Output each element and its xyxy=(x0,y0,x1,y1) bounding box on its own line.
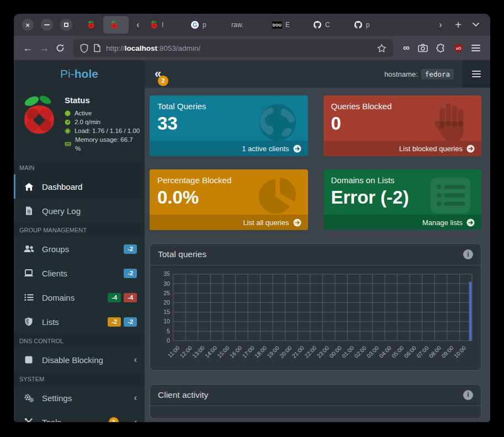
panel-title: Total queries xyxy=(158,249,206,259)
globe-icon xyxy=(256,101,299,144)
panel-header: Client activity i xyxy=(150,385,481,406)
tab-scroll-right-button[interactable]: › xyxy=(433,17,448,33)
sidebar-item-label: Tools xyxy=(42,418,61,423)
sidebar-item-domains[interactable]: Domains -4 -4 xyxy=(14,285,145,310)
total-queries-panel: Total queries i 0510152025303511:0012:00… xyxy=(150,243,481,371)
extensions-puzzle-icon[interactable] xyxy=(436,44,445,53)
back-button[interactable]: ← xyxy=(19,42,36,54)
list-tabs-button[interactable] xyxy=(468,17,484,33)
pihole-raspberry-logo xyxy=(19,94,59,136)
sidebar-item-label: Groups xyxy=(42,244,69,254)
active-clients-link[interactable]: 1 active clients xyxy=(150,141,308,156)
svg-text:22:00: 22:00 xyxy=(303,345,317,359)
svg-text:23:00: 23:00 xyxy=(316,345,330,359)
containers-icon[interactable]: ∞ xyxy=(403,42,410,54)
svg-text:05:00: 05:00 xyxy=(390,345,405,359)
browser-menu-icon[interactable] xyxy=(471,47,480,49)
chevron-down-icon xyxy=(473,23,479,27)
sidebar-item-dashboard[interactable]: Dashboard xyxy=(14,174,145,199)
minimize-icon xyxy=(44,24,50,25)
sidebar-item-groups[interactable]: Groups -2 xyxy=(14,237,145,261)
gears-icon xyxy=(23,394,34,402)
svg-text:14:00: 14:00 xyxy=(204,345,218,359)
header-menu-button[interactable] xyxy=(463,60,490,88)
tab-bar-actions: › + xyxy=(433,17,490,33)
tab-github-1[interactable]: C xyxy=(309,16,349,34)
tab-title: p xyxy=(203,21,206,29)
update-badge: 2 xyxy=(158,76,168,86)
ublock-origin-icon[interactable]: uO xyxy=(454,43,463,53)
sidebar-item-label: Query Log xyxy=(42,206,81,216)
github-icon xyxy=(313,20,322,29)
sidebar-toggle-button[interactable]: « 2 xyxy=(155,68,161,80)
tab-google[interactable]: G p xyxy=(186,16,227,34)
tab-raw[interactable]: raw. xyxy=(227,16,268,34)
tab-title: C xyxy=(325,21,330,29)
screenshot-camera-icon[interactable] xyxy=(418,44,428,52)
section-main: MAIN xyxy=(14,161,145,174)
chevron-left-icon: ‹ xyxy=(134,417,137,422)
panel-body: 0510152025303511:0012:0013:0014:0015:001… xyxy=(150,265,481,370)
pihole-icon xyxy=(110,20,119,29)
manage-lists-link[interactable]: Manage lists xyxy=(323,215,482,230)
sidebar-item-clients[interactable]: Clients -2 xyxy=(14,261,145,285)
info-icon[interactable]: i xyxy=(463,249,473,259)
sidebar-item-label: Clients xyxy=(42,269,67,278)
tab-pihole-pinned[interactable] xyxy=(81,16,101,34)
bookmark-star-icon[interactable] xyxy=(377,44,386,53)
desktop-background: × ‹ I G p xyxy=(0,0,504,437)
svg-text:18:00: 18:00 xyxy=(253,345,268,359)
panel-body xyxy=(150,406,481,418)
page-info-icon[interactable] xyxy=(93,44,101,52)
tab-title: p xyxy=(366,21,370,29)
sidebar-item-label: Disable Blocking xyxy=(42,355,103,365)
arrow-circle-right-icon xyxy=(466,218,475,227)
list-all-queries-link[interactable]: List all queries xyxy=(150,215,308,230)
pihole-logo-text[interactable]: Pi-hole xyxy=(14,60,145,88)
total-queries-chart: 0510152025303511:0012:0013:0014:0015:001… xyxy=(156,270,475,369)
domains-on-lists-card: Domains on Lists Error (-2) Manage lists xyxy=(323,169,482,230)
info-icon[interactable]: i xyxy=(463,390,473,400)
lists-badge-warning: -2 xyxy=(108,317,121,327)
sidebar-item-settings[interactable]: Settings ‹ xyxy=(14,386,145,410)
svg-text:06:00: 06:00 xyxy=(403,345,417,359)
svg-text:08:00: 08:00 xyxy=(428,345,442,359)
pihole-icon xyxy=(87,20,96,29)
section-group-management: GROUP MANAGEMENT xyxy=(14,223,145,237)
shield-icon xyxy=(23,317,34,326)
google-icon: G xyxy=(190,20,199,29)
tab-scroll-left-button[interactable]: ‹ xyxy=(131,20,145,30)
url-bar[interactable]: http://localhost:8053/admin/ xyxy=(73,39,393,57)
url-host: localhost xyxy=(125,44,157,52)
list-blocked-queries-link[interactable]: List blocked queries xyxy=(323,141,482,156)
status-block: Status Active 2.0 q/min Lo xyxy=(14,88,145,161)
hamburger-icon xyxy=(472,73,481,74)
stop-icon xyxy=(23,356,34,364)
tab-github-2[interactable]: p xyxy=(349,16,390,34)
sidebar-item-tools[interactable]: Tools 2 ‹ xyxy=(14,410,145,422)
sidebar-item-disable-blocking[interactable]: Disable Blocking ‹ xyxy=(14,348,145,372)
clients-badge: -2 xyxy=(124,269,137,278)
cpu-icon xyxy=(65,128,71,134)
panel-title: Client activity xyxy=(158,390,208,400)
tab-pihole-active[interactable] xyxy=(103,16,129,34)
shield-permissions-icon xyxy=(80,44,88,53)
minimize-button[interactable] xyxy=(41,19,53,31)
close-button[interactable]: × xyxy=(22,19,34,31)
maximize-button[interactable] xyxy=(60,19,72,31)
tab-pihole-3[interactable]: I xyxy=(145,16,186,34)
svg-text:02:00: 02:00 xyxy=(353,345,368,359)
status-title: Status xyxy=(65,95,140,105)
close-icon: × xyxy=(25,22,30,29)
sidebar-item-lists[interactable]: Lists -2 -2 xyxy=(14,310,145,334)
svg-text:20:00: 20:00 xyxy=(278,345,293,359)
sidebar-item-query-log[interactable]: Query Log xyxy=(14,199,145,223)
url-text[interactable]: http://localhost:8053/admin/ xyxy=(106,44,372,52)
summary-cards: Total Queries 33 1 active clients Querie… xyxy=(150,95,481,230)
svg-text:10: 10 xyxy=(163,318,170,324)
tab-dou[interactable]: DOU E xyxy=(268,16,309,34)
reload-button[interactable] xyxy=(52,40,68,56)
forward-button[interactable]: → xyxy=(36,42,52,54)
new-tab-button[interactable]: + xyxy=(450,17,466,33)
pie-chart-icon xyxy=(256,175,299,218)
